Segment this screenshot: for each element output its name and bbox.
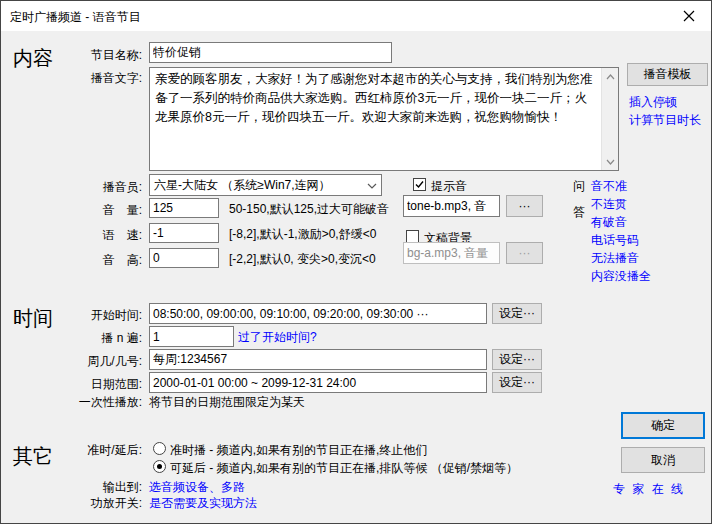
radio-delay[interactable] <box>153 460 166 473</box>
template-button[interactable]: 播音模板 <box>627 63 708 86</box>
output-label: 输出到: <box>103 479 142 496</box>
scroll-down-icon[interactable] <box>602 153 619 170</box>
prompt-tone-browse-button[interactable]: ··· <box>506 195 543 217</box>
insert-pause-link[interactable]: 插入停顿 <box>629 94 677 111</box>
speed-input[interactable] <box>149 223 219 243</box>
date-range-input[interactable] <box>149 372 487 393</box>
start-time-label: 开始时间: <box>91 307 142 324</box>
window-title: 定时广播频道 - 语音节目 <box>10 9 141 26</box>
start-time-input[interactable] <box>149 303 487 324</box>
speed-hint: [-8,2],默认-1,激励>0,舒缓<0 <box>229 226 376 243</box>
volume-input[interactable] <box>149 198 219 218</box>
date-range-label: 日期范围: <box>91 376 142 393</box>
scroll-up-icon[interactable] <box>602 68 619 85</box>
bg-browse-button: ··· <box>506 242 543 264</box>
dialog-window: 定时广播频道 - 语音节目 内容 节目名称: 播音文字: 亲爱的顾客朋友，大家好… <box>0 0 712 524</box>
question-label: 问 <box>573 178 585 195</box>
qa-link-not-fluent[interactable]: 不连贯 <box>591 196 627 213</box>
qa-link-pitch-wrong[interactable]: 音不准 <box>591 178 627 195</box>
radio-ontime[interactable] <box>153 442 166 455</box>
qa-link-cannot-play[interactable]: 无法播音 <box>591 250 639 267</box>
amp-label: 功放开关: <box>91 495 142 512</box>
program-name-label: 节目名称: <box>91 47 142 64</box>
amp-link[interactable]: 是否需要及实现方法 <box>149 495 257 512</box>
punctual-label: 准时/延后: <box>87 442 142 459</box>
pitch-input[interactable] <box>149 248 219 268</box>
repeat-label: 播 n 遍: <box>101 330 142 347</box>
qa-link-phone-number[interactable]: 电话号码 <box>591 232 639 249</box>
bg-file-input <box>403 242 500 264</box>
pitch-label: 音 高: <box>103 252 142 269</box>
once-label: 一次性播放: <box>79 394 142 411</box>
volume-hint: 50-150,默认125,过大可能破音 <box>229 201 389 218</box>
section-other: 其它 <box>13 443 53 470</box>
radio-ontime-label[interactable]: 准时播 - 频道内,如果有别的节目正在播,终止他们 <box>170 442 427 459</box>
prompt-tone-file-input[interactable] <box>403 195 500 217</box>
section-time: 时间 <box>13 305 53 332</box>
calc-duration-link[interactable]: 计算节目时长 <box>629 112 701 129</box>
speed-label: 语 速: <box>103 227 142 244</box>
start-time-set-button[interactable]: 设定··· <box>492 303 542 324</box>
broadcast-text-label: 播音文字: <box>91 70 142 87</box>
close-icon <box>683 10 695 22</box>
announcer-select[interactable]: 六星-大陆女 （系统≥Win7,连网） <box>149 174 382 196</box>
answer-label: 答 <box>573 204 585 221</box>
radio-dot-icon <box>157 464 162 469</box>
chevron-down-icon <box>367 179 377 193</box>
pitch-hint: [-2,2],默认0, 变尖>0,变沉<0 <box>229 251 376 268</box>
qa-link-incomplete[interactable]: 内容没播全 <box>591 268 651 285</box>
missed-start-link[interactable]: 过了开始时间? <box>238 329 317 346</box>
textarea-scrollbar[interactable] <box>601 68 618 170</box>
prompt-tone-checkbox[interactable] <box>413 178 426 191</box>
close-button[interactable] <box>666 1 711 31</box>
weekday-input[interactable] <box>149 349 487 370</box>
announcer-value: 六星-大陆女 （系统≥Win7,连网） <box>154 177 331 194</box>
check-icon <box>414 179 425 190</box>
expert-online-link[interactable]: 专 家 在 线 <box>613 481 685 498</box>
repeat-input[interactable] <box>149 326 234 347</box>
broadcast-text-area: 亲爱的顾客朋友，大家好！为了感谢您对本超市的关心与支持，我们特别为您准备了一系列… <box>149 67 619 171</box>
announcer-label: 播音员: <box>103 179 142 196</box>
qa-link-crackle[interactable]: 有破音 <box>591 214 627 231</box>
date-range-set-button[interactable]: 设定··· <box>492 372 542 393</box>
radio-delay-label[interactable]: 可延后 - 频道内,如果有别的节目正在播,排队等候 （促销/禁烟等） <box>170 460 518 477</box>
broadcast-text-input[interactable]: 亲爱的顾客朋友，大家好！为了感谢您对本超市的关心与支持，我们特别为您准备了一系列… <box>150 68 601 170</box>
section-content: 内容 <box>13 45 53 72</box>
prompt-tone-label: 提示音 <box>431 178 467 195</box>
ok-button[interactable]: 确定 <box>621 412 705 439</box>
output-link[interactable]: 选音频设备、多路 <box>149 479 245 496</box>
cancel-button[interactable]: 取消 <box>621 447 705 473</box>
volume-label: 音 量: <box>103 202 142 219</box>
program-name-input[interactable] <box>149 42 392 63</box>
weekday-set-button[interactable]: 设定··· <box>492 349 542 370</box>
once-text: 将节目的日期范围限定为某天 <box>149 394 305 411</box>
titlebar: 定时广播频道 - 语音节目 <box>1 1 711 31</box>
weekday-label: 周几/几号: <box>87 353 142 370</box>
